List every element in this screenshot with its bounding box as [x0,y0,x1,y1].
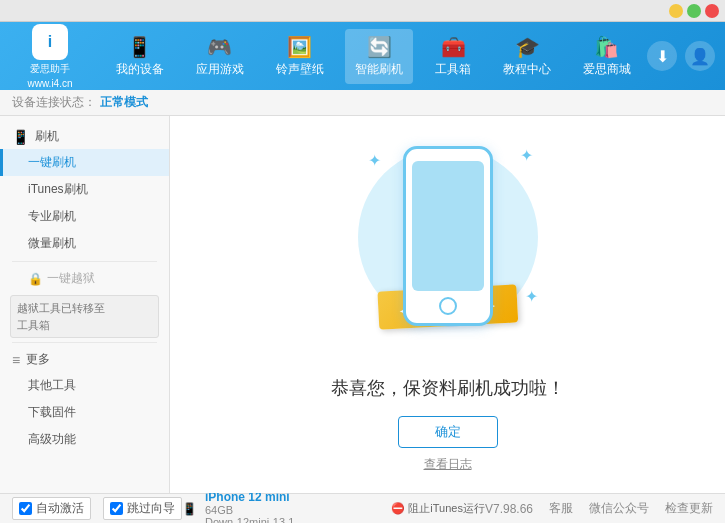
nav-smart-flash[interactable]: 🔄 智能刷机 [345,29,413,84]
sparkle-tr: ✦ [520,146,533,165]
logo: i 爱思助手 www.i4.cn [10,24,90,89]
sidebar-item-advanced[interactable]: 高级功能 [0,426,169,453]
tutorial-icon: 🎓 [515,35,540,59]
sparkle-br: ✦ [525,287,538,306]
sidebar-item-no-data-flash[interactable]: 微量刷机 [0,230,169,257]
more-icon: ≡ [12,352,20,368]
skip-wizard-label[interactable]: 跳过向导 [103,497,182,520]
sidebar-section-flash-header: 📱 刷机 [0,124,169,149]
flash-icon: 🔄 [367,35,392,59]
sidebar-item-one-key-flash[interactable]: 一键刷机 [0,149,169,176]
maximize-btn[interactable] [687,4,701,18]
ringtone-icon: 🖼️ [287,35,312,59]
status-bar: 设备连接状态： 正常模式 [0,90,725,116]
stop-itunes[interactable]: ⛔ 阻止iTunes运行 [391,501,485,516]
user-btn[interactable]: 👤 [685,41,715,71]
bottom-left: 自动激活 跳过向导 [12,497,182,520]
bottom-bar: 自动激活 跳过向导 📱 iPhone 12 mini 64GB Down-12m… [0,493,725,523]
minimize-btn[interactable] [669,4,683,18]
header: i 爱思助手 www.i4.cn 📱 我的设备 🎮 应用游戏 🖼️ 铃声壁纸 🔄… [0,22,725,90]
phone-screen [412,161,484,291]
confirm-button[interactable]: 确定 [398,416,498,448]
sparkle-tl: ✦ [368,151,381,170]
bottom-device: 📱 iPhone 12 mini 64GB Down-12mini-13,1 [182,490,294,524]
check-update-link[interactable]: 检查更新 [665,500,713,517]
sidebar-section-more: ≡ 更多 其他工具 下载固件 高级功能 [0,347,169,453]
version-text: V7.98.66 [485,502,533,516]
divider-2 [12,342,157,343]
phone-home-btn [439,297,457,315]
status-label: 设备连接状态： [12,94,96,111]
sidebar-item-itunes-flash[interactable]: iTunes刷机 [0,176,169,203]
sidebar: 📱 刷机 一键刷机 iTunes刷机 专业刷机 微量刷机 🔒 一键越狱 [0,116,170,493]
skip-wizard-checkbox[interactable] [110,502,123,515]
nav-items: 📱 我的设备 🎮 应用游戏 🖼️ 铃声壁纸 🔄 智能刷机 🧰 工具箱 🎓 教程中… [100,29,647,84]
nav-ringtones[interactable]: 🖼️ 铃声壁纸 [266,29,334,84]
sidebar-section-jailbreak: 🔒 一键越狱 越狱工具已转移至工具箱 [0,266,169,338]
sidebar-item-other-tools[interactable]: 其他工具 [0,372,169,399]
wechat-link[interactable]: 微信公众号 [589,500,649,517]
auto-connect-checkbox[interactable] [19,502,32,515]
phone-illustration: ✦ ✦ ✦ NEW [348,136,548,356]
jailbreak-info: 越狱工具已转移至工具箱 [10,295,159,338]
phone-body [403,146,493,326]
device-storage: 64GB [205,504,294,516]
flash-section-icon: 📱 [12,129,29,145]
success-message: 恭喜您，保资料刷机成功啦！ [331,376,565,400]
sidebar-item-download-firmware[interactable]: 下载固件 [0,399,169,426]
stop-icon: ⛔ [391,502,405,515]
sidebar-jailbreak-disabled: 🔒 一键越狱 [0,266,169,291]
divider-1 [12,261,157,262]
log-link[interactable]: 查看日志 [424,456,472,473]
nav-my-device[interactable]: 📱 我的设备 [106,29,174,84]
bottom-right: V7.98.66 客服 微信公众号 检查更新 [485,500,713,517]
device-firmware: Down-12mini-13,1 [205,516,294,524]
close-btn[interactable] [705,4,719,18]
sidebar-section-more-header: ≡ 更多 [0,347,169,372]
lock-icon: 🔒 [28,272,43,286]
nav-tutorial[interactable]: 🎓 教程中心 [493,29,561,84]
customer-service-link[interactable]: 客服 [549,500,573,517]
nav-apps-games[interactable]: 🎮 应用游戏 [186,29,254,84]
auto-connect-label[interactable]: 自动激活 [12,497,91,520]
content-area: ✦ ✦ ✦ NEW 恭喜您，保资料刷机成功啦！ 确定 查看日志 [170,116,725,493]
mall-icon: 🛍️ [594,35,619,59]
nav-mall[interactable]: 🛍️ 爱思商城 [573,29,641,84]
status-value: 正常模式 [100,94,148,111]
download-btn[interactable]: ⬇ [647,41,677,71]
apps-icon: 🎮 [207,35,232,59]
phone-icon: 📱 [127,35,152,59]
toolbox-icon: 🧰 [441,35,466,59]
nav-right: ⬇ 👤 [647,41,715,71]
device-phone-icon: 📱 [182,502,197,516]
sidebar-section-flash: 📱 刷机 一键刷机 iTunes刷机 专业刷机 微量刷机 [0,124,169,257]
logo-name: 爱思助手 [30,62,70,76]
nav-toolbox[interactable]: 🧰 工具箱 [425,29,481,84]
main: 📱 刷机 一键刷机 iTunes刷机 专业刷机 微量刷机 🔒 一键越狱 [0,116,725,493]
sidebar-item-pro-flash[interactable]: 专业刷机 [0,203,169,230]
logo-icon: i [32,24,68,60]
titlebar [0,0,725,22]
logo-url: www.i4.cn [27,78,72,89]
